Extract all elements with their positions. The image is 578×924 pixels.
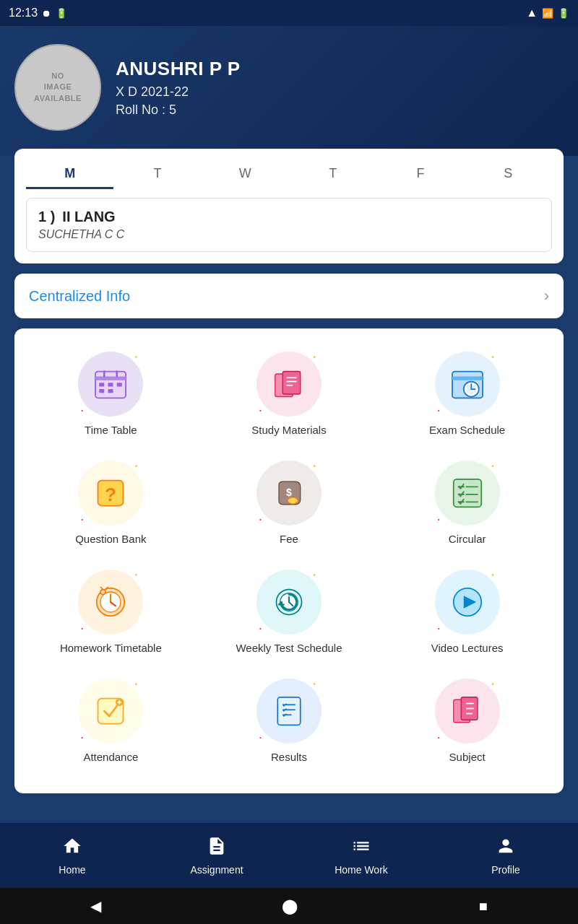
- battery-icon: 🔋: [558, 8, 569, 19]
- timetable-entry: 1 ) II LANG SUCHETHA C C: [26, 198, 552, 252]
- svg-rect-1: [95, 377, 126, 380]
- svg-rect-24: [453, 479, 481, 507]
- menu-item-results[interactable]: Results: [217, 670, 361, 772]
- svg-rect-8: [108, 389, 113, 393]
- grid-row-2: ? Question Bank $ Fee: [22, 452, 556, 554]
- circular-label: Circular: [449, 533, 486, 545]
- menu-item-fee[interactable]: $ Fee: [217, 452, 361, 554]
- assignment-icon: [207, 836, 227, 861]
- homework-icon: [351, 836, 371, 861]
- no-image-text: NO IMAGE AVAILABLE: [34, 71, 82, 104]
- centralized-info-card[interactable]: Centralized Info ›: [14, 274, 564, 318]
- nav-home-label: Home: [59, 864, 85, 876]
- results-icon-wrapper: [256, 679, 322, 744]
- status-bar-right: ▲ 📶 🔋: [526, 6, 569, 19]
- svg-point-22: [288, 497, 298, 504]
- svg-line-36: [100, 587, 103, 590]
- question-bank-icon-wrapper: ?: [78, 461, 143, 526]
- bottom-nav: Home Assignment Home Work Profile: [0, 823, 578, 888]
- menu-item-timetable[interactable]: Time Table: [38, 343, 183, 445]
- study-materials-label: Study Materials: [251, 424, 326, 436]
- centralized-info-label: Centralized Info: [29, 288, 130, 305]
- menu-item-exam-schedule[interactable]: Exam Schedule: [395, 343, 540, 445]
- grid-row-1: Time Table Study Materials: [22, 343, 556, 445]
- question-bank-label: Question Bank: [75, 533, 146, 545]
- svg-rect-5: [108, 383, 113, 386]
- nav-homework-label: Home Work: [335, 864, 388, 876]
- svg-rect-4: [100, 383, 105, 386]
- main-content: M T W T F S 1 ) II LANG SUCHETHA C C Cen…: [0, 156, 578, 823]
- grid-row-4: Attendance Results: [22, 670, 556, 772]
- menu-item-homework-timetable[interactable]: Homework Timetable: [38, 561, 183, 663]
- home-button[interactable]: ⬤: [282, 897, 298, 915]
- student-roll: Roll No : 5: [116, 103, 241, 118]
- header: NO IMAGE AVAILABLE ANUSHRI P P X D 2021-…: [0, 26, 578, 156]
- weekly-test-label: Weekly Test Schedule: [236, 642, 342, 654]
- svg-text:$: $: [286, 487, 292, 498]
- nav-item-home[interactable]: Home: [0, 829, 144, 883]
- timetable-card: M T W T F S 1 ) II LANG SUCHETHA C C: [14, 149, 564, 263]
- entry-number: 1 ): [38, 209, 55, 225]
- day-tab-monday[interactable]: M: [26, 160, 113, 189]
- day-tab-thursday[interactable]: T: [289, 160, 376, 189]
- signal-icon: 📶: [542, 8, 553, 19]
- svg-rect-10: [282, 372, 301, 395]
- status-bar-left: 12:13 ⏺ 🔋: [9, 6, 67, 19]
- subject-icon-wrapper: [435, 679, 500, 744]
- chevron-right-icon: ›: [544, 287, 549, 305]
- attendance-icon-wrapper: [78, 679, 143, 744]
- entry-teacher: SUCHETHA C C: [38, 228, 540, 241]
- day-tabs: M T W T F S: [26, 160, 552, 189]
- recents-button[interactable]: ■: [479, 898, 488, 915]
- menu-item-study-materials[interactable]: Study Materials: [217, 343, 361, 445]
- menu-item-weekly-test[interactable]: Weekly Test Schedule: [217, 561, 361, 663]
- nav-item-profile[interactable]: Profile: [434, 829, 578, 883]
- video-lectures-icon-wrapper: [435, 570, 500, 635]
- study-materials-icon-wrapper: [256, 352, 322, 417]
- menu-item-circular[interactable]: Circular: [395, 452, 540, 554]
- svg-rect-50: [277, 697, 301, 725]
- nav-profile-label: Profile: [491, 864, 520, 876]
- entry-subject: II LANG: [62, 209, 115, 225]
- exam-schedule-icon-wrapper: [435, 352, 500, 417]
- avatar: NO IMAGE AVAILABLE: [14, 44, 101, 131]
- battery-save-icon: 🔋: [56, 8, 67, 19]
- day-tab-wednesday[interactable]: W: [202, 160, 289, 189]
- system-nav-bar: ◀ ⬤ ■: [0, 888, 578, 924]
- recording-icon: ⏺: [42, 8, 51, 19]
- profile-icon: [496, 836, 516, 861]
- timetable-icon-wrapper: [78, 352, 143, 417]
- menu-item-attendance[interactable]: Attendance: [38, 670, 183, 772]
- status-bar: 12:13 ⏺ 🔋 ▲ 📶 🔋: [0, 0, 578, 26]
- attendance-label: Attendance: [83, 751, 138, 763]
- menu-item-question-bank[interactable]: ? Question Bank: [38, 452, 183, 554]
- day-tab-friday[interactable]: F: [376, 160, 464, 189]
- svg-rect-7: [100, 389, 105, 393]
- fee-icon-wrapper: $: [256, 461, 322, 526]
- menu-item-subject[interactable]: Subject: [395, 670, 540, 772]
- student-name: ANUSHRI P P: [116, 58, 241, 80]
- subject-label: Subject: [449, 751, 486, 763]
- homework-timetable-icon-wrapper: [78, 570, 143, 635]
- day-tab-saturday[interactable]: S: [465, 160, 552, 189]
- student-class: X D 2021-22: [116, 84, 241, 100]
- circular-icon-wrapper: [435, 461, 500, 526]
- timetable-label: Time Table: [85, 424, 137, 436]
- home-icon: [62, 836, 82, 861]
- exam-schedule-label: Exam Schedule: [429, 424, 505, 436]
- svg-rect-6: [117, 383, 122, 386]
- nav-item-assignment[interactable]: Assignment: [144, 829, 289, 883]
- day-tab-tuesday[interactable]: T: [113, 160, 201, 189]
- back-button[interactable]: ◀: [90, 897, 101, 915]
- menu-item-video-lectures[interactable]: Video Lectures: [395, 561, 540, 663]
- homework-timetable-label: Homework Timetable: [60, 642, 162, 654]
- wifi-icon: ▲: [526, 6, 538, 19]
- nav-item-homework[interactable]: Home Work: [289, 829, 434, 883]
- svg-text:?: ?: [105, 484, 116, 505]
- grid-menu: Time Table Study Materials: [14, 328, 564, 793]
- grid-row-3: Homework Timetable Weekly Test Schedule: [22, 561, 556, 663]
- svg-point-35: [100, 590, 105, 595]
- results-label: Results: [271, 751, 307, 763]
- weekly-test-icon-wrapper: [256, 570, 322, 635]
- status-time: 12:13: [9, 6, 38, 19]
